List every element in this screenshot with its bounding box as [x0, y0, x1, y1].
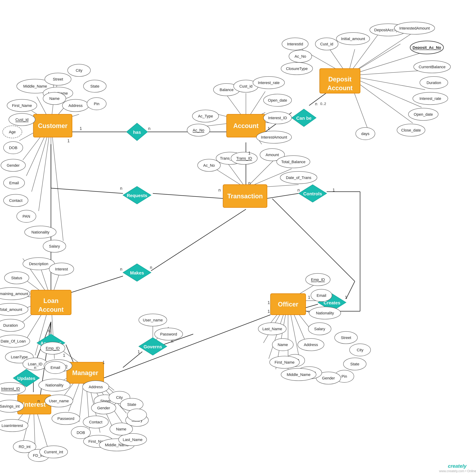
attr-manager-last-name-text: Last_Name — [123, 437, 143, 442]
attr-email-text: Email — [9, 181, 19, 185]
card-customer-has: 1 — [80, 126, 82, 131]
attr-officer-salary-text: Salary — [314, 327, 325, 331]
attr-status-text: Status — [11, 276, 22, 280]
attr-manager-name-text: Name — [116, 427, 126, 431]
attr-manager-gender-text: Gender — [97, 406, 110, 410]
loan-account-label2: Account — [38, 306, 64, 313]
svg-line-84 — [123, 352, 142, 367]
svg-line-111 — [272, 199, 355, 281]
attr-first-name-text: First_Name — [12, 103, 32, 108]
attr-officer-gender-text: Gender — [322, 376, 335, 380]
attr-street-text: Street — [53, 77, 63, 81]
card-updates-interest: n — [37, 399, 40, 403]
attr-rd-int-text: RD_int — [19, 444, 30, 449]
attr-close-date-text: Close_date — [401, 128, 421, 132]
card-account-can-be: 1 — [268, 126, 270, 131]
attr-officer-email-text: Email — [317, 293, 326, 298]
card-customer-1: 1 — [67, 138, 69, 143]
svg-line-109 — [306, 304, 318, 308]
svg-line-12 — [51, 123, 63, 241]
attr-ac-type-text: Ac_Type — [198, 114, 213, 118]
attr-savings-int-text: Savings_int — [0, 404, 20, 408]
attr-date-of-loan-text: Date_Of_Loan — [0, 339, 26, 344]
card-updates-loan: n — [34, 365, 36, 370]
attr-officer-city-text: City — [357, 348, 363, 352]
card-controls-officer: 1 — [333, 188, 335, 192]
attr-name-text: Name — [49, 96, 60, 101]
svg-line-88 — [104, 315, 271, 378]
card-requests-customer: n — [120, 186, 122, 191]
card-manager-1: 1 — [102, 360, 105, 365]
attr-officer-name-text: Name — [278, 343, 288, 347]
card-officer-1: 1 — [268, 309, 270, 314]
attr-open-date-text: Open_date — [268, 98, 287, 103]
attr-ac-no-text: Ac_No — [193, 128, 204, 132]
attr-dob-text: DOB — [9, 146, 17, 150]
card-manager-officer-1: 1 — [268, 300, 270, 305]
attr-manager-nationality-text: Nationality — [46, 383, 64, 387]
requests-label: Requests — [127, 193, 147, 198]
attr-officer-state-text: State — [350, 362, 359, 366]
diagram-canvas: Customer Account Deposit Account Transac… — [0, 0, 476, 473]
attr-gender-text: Gender — [7, 163, 19, 167]
card-has-account: n — [148, 126, 150, 131]
attr-trans-ac-no-text: Ac_No — [203, 163, 215, 167]
attr-salary-text: Salary — [49, 244, 60, 248]
svg-line-110 — [346, 281, 355, 299]
attr-initial-amount-text: Initial_amount — [341, 36, 365, 41]
attr-state-text: State — [90, 84, 99, 89]
attr-total-balance-text: Total_Balance — [281, 160, 306, 164]
can-be-label: Can be — [296, 115, 312, 121]
attr-governs-password-text: Password — [160, 332, 177, 336]
deposit-account-label: Deposit — [328, 76, 352, 83]
attr-city-text: City — [76, 68, 82, 73]
attr-manager-address-text: Address — [89, 385, 103, 389]
attr-loan-duration-text: Duration — [3, 323, 18, 327]
attr-interested-amount-text: InterestedAmount — [399, 26, 430, 30]
attr-manager-password-text: Password — [57, 416, 74, 421]
attr-pin-text: Pin — [94, 102, 100, 106]
card-makes-loan: n — [120, 267, 122, 272]
attr-current-balance-text: CurrentBalance — [419, 65, 446, 69]
attr-manager-emp-id-text: Emp_ID — [46, 346, 60, 350]
attr-manager-pin — [127, 409, 147, 421]
customer-label: Customer — [38, 122, 68, 129]
card-deposit-0-2: 0..2 — [320, 102, 326, 106]
attr-deposit-cust-id-text: Cust_id — [320, 42, 333, 46]
card-can-be-deposit: n — [315, 101, 317, 106]
svg-line-66 — [151, 209, 246, 271]
attr-days-text: days — [361, 131, 369, 136]
attr-governs-username-text: User_name — [143, 318, 163, 322]
attr-date-of-trans-text: Date_of_Trans — [286, 176, 311, 180]
attr-manager-dob-text: DOB — [77, 430, 85, 435]
attr-manager-email-text: Email — [51, 365, 60, 370]
card-account-trans: 1 — [248, 151, 251, 155]
attr-trans-id-text: Trans_ID — [236, 156, 252, 161]
attr-deposit-interest-rate-text: Interest_rate — [419, 96, 441, 101]
attr-officer-emp-id-text: Emp_ID — [311, 277, 325, 282]
card-approves-loan: n — [48, 328, 50, 333]
attr-manager-username-text: User_name — [49, 399, 69, 403]
card-governs-officer: n — [171, 339, 173, 344]
attr-account-cust-id-text: Cust_id — [239, 84, 253, 89]
attr-deposit-ac-no-2-text: Ac_No — [295, 54, 306, 58]
governs-label: Governs — [143, 344, 162, 349]
attr-cust-id-text: Cust_id — [16, 117, 29, 122]
attr-duration-text: Duration — [426, 81, 441, 85]
attr-loan-interest-2-text: LoanInterest — [1, 423, 23, 428]
attr-remaining-amount-text: Remaining_amount — [0, 291, 28, 296]
attr-balance-text: Balance — [220, 88, 234, 92]
interest-label: Interest — [23, 401, 46, 408]
attr-total-amount-text: Total_amount — [0, 307, 22, 312]
attr-age-text: Age — [9, 130, 16, 134]
attr-officer-last-name-text: Last_Name — [262, 327, 282, 331]
loan-account-label: Loan — [43, 297, 58, 304]
attr-interest-id-int-text: Interest_ID — [1, 386, 20, 391]
attr-closure-type-text: ClosureType — [286, 67, 308, 71]
card-makes-trans: n — [150, 265, 152, 270]
attr-manager-state-text: State — [127, 402, 136, 407]
card-governs-manager: 1 — [137, 349, 140, 354]
attr-description-text: Description — [29, 262, 48, 266]
deposit-account-label2: Account — [327, 84, 353, 91]
attr-loan-interest-text: Interest — [55, 267, 68, 271]
